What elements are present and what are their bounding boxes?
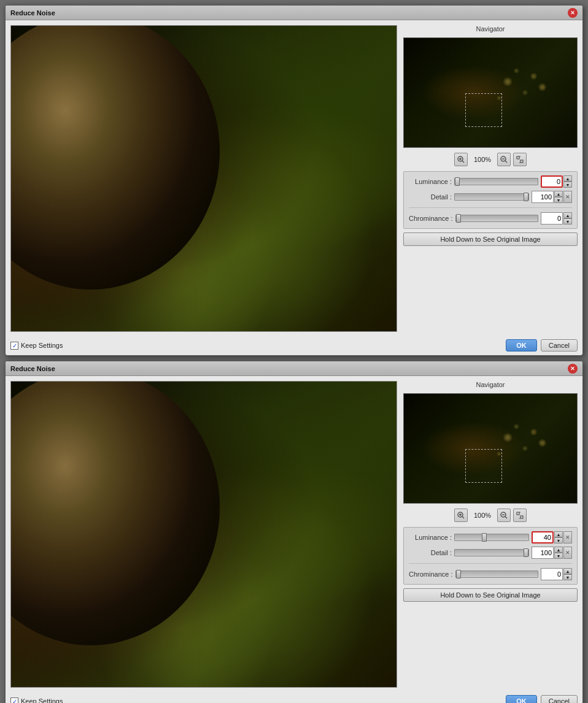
luminance-spin-top: ▲ ▼ bbox=[563, 175, 572, 188]
chrominance-spin-bottom: ▲ ▼ bbox=[563, 568, 572, 580]
luminance-spin-bottom: ▲ ▼ bbox=[554, 531, 563, 544]
right-panel-bottom: Navigator 100% bbox=[403, 381, 578, 688]
svg-rect-18 bbox=[517, 512, 519, 515]
luminance-spin-up-top[interactable]: ▲ bbox=[563, 175, 572, 182]
chrominance-slider-top[interactable] bbox=[455, 215, 538, 222]
detail-x-btn-bottom[interactable]: ✕ bbox=[563, 547, 572, 559]
zoom-out-btn-bottom[interactable] bbox=[497, 509, 511, 522]
detail-spin-top: ▲ ▼ bbox=[554, 191, 563, 203]
chrominance-row-top: Chrominance : ▲ ▼ bbox=[409, 212, 572, 225]
separator-bottom bbox=[409, 563, 572, 564]
preview-area-top[interactable] bbox=[10, 25, 397, 332]
luminance-spin-up-bottom[interactable]: ▲ bbox=[554, 531, 563, 537]
right-panel-top: Navigator 100% bbox=[403, 25, 578, 332]
detail-input-group-bottom: ▲ ▼ ✕ bbox=[532, 547, 572, 559]
luminance-x-btn-bottom[interactable]: ✕ bbox=[563, 531, 572, 544]
luminance-row-bottom: Luminance : ▲ ▼ ✕ bbox=[409, 531, 572, 544]
detail-input-top[interactable] bbox=[532, 191, 554, 203]
navigator-rect-top bbox=[465, 93, 502, 127]
zoom-out-btn-top[interactable] bbox=[497, 153, 511, 166]
ok-button-top[interactable]: OK bbox=[506, 339, 537, 352]
dialog-content-bottom: Navigator 100% bbox=[6, 376, 582, 693]
zoom-value-top: 100% bbox=[470, 156, 495, 163]
chrominance-input-group-top: ▲ ▼ bbox=[541, 212, 572, 225]
chrominance-thumb-top[interactable] bbox=[456, 214, 461, 223]
zoom-controls-bottom: 100% bbox=[403, 509, 578, 522]
navigator-thumb-top[interactable] bbox=[403, 37, 578, 148]
luminance-label-top: Luminance : bbox=[409, 178, 452, 185]
zoom-fit-btn-bottom[interactable] bbox=[513, 509, 527, 522]
luminance-input-top[interactable] bbox=[541, 175, 563, 188]
keep-settings-label-top: Keep Settings bbox=[21, 342, 63, 349]
preview-area-bottom[interactable] bbox=[10, 381, 397, 688]
chrominance-spin-top: ▲ ▼ bbox=[563, 212, 572, 225]
chrominance-thumb-bottom[interactable] bbox=[456, 570, 461, 578]
luminance-thumb-top[interactable] bbox=[455, 177, 460, 186]
zoom-controls-top: 100% bbox=[403, 153, 578, 166]
navigator-label-bottom: Navigator bbox=[403, 381, 578, 388]
detail-spin-down-bottom[interactable]: ▼ bbox=[554, 553, 563, 559]
detail-label-top: Detail : bbox=[409, 193, 452, 201]
zoom-fit-btn-top[interactable] bbox=[513, 153, 527, 166]
detail-slider-top[interactable] bbox=[454, 193, 529, 201]
preview-canvas-bottom bbox=[11, 382, 397, 687]
chrominance-input-bottom[interactable] bbox=[541, 568, 563, 580]
title-bar-bottom: Reduce Noise ✕ bbox=[6, 361, 582, 376]
detail-slider-bottom[interactable] bbox=[454, 549, 529, 556]
detail-x-btn-top[interactable]: ✕ bbox=[563, 191, 572, 203]
detail-spin-bottom: ▲ ▼ bbox=[554, 547, 563, 559]
keep-settings-checkbox-top[interactable] bbox=[10, 342, 18, 350]
cancel-button-bottom[interactable]: Cancel bbox=[541, 695, 578, 703]
detail-spin-up-bottom[interactable]: ▲ bbox=[554, 547, 563, 553]
zoom-in-btn-top[interactable] bbox=[454, 153, 468, 166]
close-button-bottom[interactable]: ✕ bbox=[568, 364, 578, 374]
chrominance-slider-bottom[interactable] bbox=[455, 570, 538, 578]
navigator-thumb-bottom[interactable] bbox=[403, 393, 578, 504]
chrominance-spin-up-bottom[interactable]: ▲ bbox=[563, 568, 572, 574]
settings-section-top: Luminance : ▲ ▼ Detail : bbox=[403, 171, 578, 229]
luminance-input-group-top: ▲ ▼ bbox=[541, 175, 572, 188]
luminance-thumb-bottom[interactable] bbox=[482, 533, 487, 542]
detail-spin-up-top[interactable]: ▲ bbox=[554, 191, 563, 197]
luminance-input-group-bottom: ▲ ▼ ✕ bbox=[532, 531, 572, 544]
navigator-label-top: Navigator bbox=[403, 25, 578, 33]
luminance-input-bottom[interactable] bbox=[532, 531, 554, 544]
detail-input-group-top: ▲ ▼ ✕ bbox=[532, 191, 572, 203]
keep-settings-label-bottom: Keep Settings bbox=[21, 697, 63, 703]
detail-input-bottom[interactable] bbox=[532, 547, 554, 559]
svg-line-6 bbox=[505, 161, 507, 163]
svg-line-17 bbox=[505, 517, 507, 518]
dialog-window-bottom: Reduce Noise ✕ Navigator bbox=[5, 361, 583, 703]
chrominance-spin-down-top[interactable]: ▼ bbox=[563, 218, 572, 225]
keep-settings-top: Keep Settings bbox=[10, 342, 63, 350]
dialog-buttons-bottom: OK Cancel bbox=[506, 695, 578, 703]
luminance-spin-down-top[interactable]: ▼ bbox=[563, 182, 572, 188]
chrominance-row-bottom: Chrominance : ▲ ▼ bbox=[409, 568, 572, 580]
detail-row-top: Detail : ▲ ▼ ✕ bbox=[409, 191, 572, 203]
hold-down-btn-top[interactable]: Hold Down to See Original Image bbox=[403, 232, 578, 246]
detail-row-bottom: Detail : ▲ ▼ ✕ bbox=[409, 547, 572, 559]
close-button-top[interactable]: ✕ bbox=[568, 8, 578, 18]
bottom-bar-bottom: Keep Settings OK Cancel bbox=[6, 693, 582, 703]
cancel-button-top[interactable]: Cancel bbox=[541, 339, 578, 352]
detail-thumb-top[interactable] bbox=[524, 193, 528, 201]
ok-button-bottom[interactable]: OK bbox=[506, 695, 537, 703]
hold-down-btn-bottom[interactable]: Hold Down to See Original Image bbox=[403, 588, 578, 602]
zoom-in-btn-bottom[interactable] bbox=[454, 509, 468, 522]
luminance-slider-bottom[interactable] bbox=[454, 534, 529, 541]
keep-settings-checkbox-bottom[interactable] bbox=[10, 697, 18, 704]
chrominance-spin-up-top[interactable]: ▲ bbox=[563, 212, 572, 218]
luminance-slider-top[interactable] bbox=[454, 178, 538, 185]
chrominance-input-top[interactable] bbox=[541, 212, 563, 225]
dialog-window-top: Reduce Noise ✕ Navigator bbox=[5, 5, 583, 356]
detail-spin-down-top[interactable]: ▼ bbox=[554, 197, 563, 203]
chrominance-spin-down-bottom[interactable]: ▼ bbox=[563, 574, 572, 580]
detail-thumb-bottom[interactable] bbox=[524, 548, 528, 557]
luminance-spin-down-bottom[interactable]: ▼ bbox=[554, 537, 563, 544]
svg-rect-7 bbox=[517, 156, 519, 159]
title-bar-top: Reduce Noise ✕ bbox=[6, 6, 582, 20]
luminance-label-bottom: Luminance : bbox=[409, 534, 452, 541]
title-text-top: Reduce Noise bbox=[10, 9, 55, 17]
svg-rect-8 bbox=[520, 160, 523, 163]
zoom-value-bottom: 100% bbox=[470, 512, 495, 519]
